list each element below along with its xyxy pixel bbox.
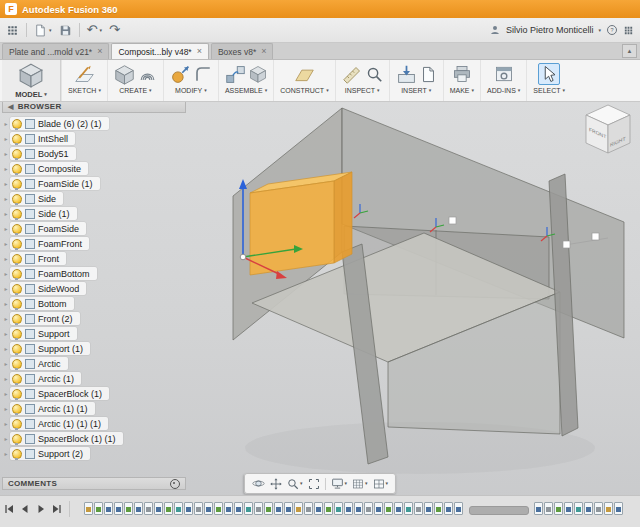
expand-arrow-icon[interactable]: ▸: [2, 240, 10, 247]
skip-end-icon[interactable]: [51, 503, 63, 515]
chevron-down-icon[interactable]: ▾: [98, 88, 101, 93]
expand-arrow-icon[interactable]: ▸: [2, 120, 10, 127]
chevron-down-icon[interactable]: ▾: [149, 88, 152, 93]
timeline-scrollbar-thumb[interactable]: [469, 506, 529, 515]
browser-item[interactable]: Arctic (1) (1): [10, 402, 95, 415]
timeline-feature-icon[interactable]: [154, 502, 163, 515]
timeline-feature-icon[interactable]: [604, 502, 613, 515]
document-tab-active[interactable]: Composit...bly v48* ×: [111, 43, 209, 59]
timeline-feature-icon[interactable]: [324, 502, 333, 515]
toolbar-group-insert[interactable]: INSERT▾: [389, 60, 443, 101]
visibility-bulb-icon[interactable]: [12, 344, 22, 354]
browser-item[interactable]: Support (1): [10, 342, 90, 355]
expand-arrow-icon[interactable]: ▸: [2, 345, 10, 352]
joint-icon[interactable]: [225, 64, 246, 85]
orbit-tool-button[interactable]: [252, 477, 265, 490]
timeline-feature-icon[interactable]: [574, 502, 583, 515]
manipulator-handle[interactable]: [563, 241, 570, 248]
workspace-selector[interactable]: MODEL▾: [2, 60, 61, 101]
timeline-feature-icon[interactable]: [544, 502, 553, 515]
visibility-bulb-icon[interactable]: [12, 389, 22, 399]
timeline-feature-icon[interactable]: [384, 502, 393, 515]
chevron-up-icon[interactable]: ▲: [622, 44, 637, 58]
undo-button[interactable]: ↶▾: [87, 24, 102, 36]
timeline-feature-icon[interactable]: [174, 502, 183, 515]
timeline-feature-icon[interactable]: [364, 502, 373, 515]
browser-item[interactable]: FoamFront: [10, 237, 89, 250]
timeline-feature-icon[interactable]: [344, 502, 353, 515]
browser-item[interactable]: Support: [10, 327, 77, 340]
timeline-feature-icon[interactable]: [204, 502, 213, 515]
timeline-feature-icon[interactable]: [334, 502, 343, 515]
fit-view-button[interactable]: [307, 478, 319, 490]
visibility-bulb-icon[interactable]: [12, 254, 22, 264]
expand-arrow-icon[interactable]: ▸: [2, 270, 10, 277]
browser-item[interactable]: Composite: [10, 162, 88, 175]
timeline-feature-icon[interactable]: [134, 502, 143, 515]
close-icon[interactable]: ×: [197, 47, 202, 56]
user-name[interactable]: Silvio Pietro Monticelli: [506, 25, 594, 35]
expand-arrow-icon[interactable]: ▸: [2, 180, 10, 187]
timeline-feature-icon[interactable]: [184, 502, 193, 515]
component-icon[interactable]: [249, 65, 267, 83]
timeline-feature-icon[interactable]: [564, 502, 573, 515]
toolbar-group-select[interactable]: SELECT▾: [526, 60, 571, 101]
viewports-button[interactable]: ▾: [373, 478, 389, 490]
close-icon[interactable]: ×: [261, 47, 266, 56]
redo-button[interactable]: ↷: [109, 24, 120, 36]
browser-item[interactable]: Arctic (1) (1) (1): [10, 417, 108, 430]
expand-arrow-icon[interactable]: ▸: [2, 315, 10, 322]
expand-arrow-icon[interactable]: ▸: [2, 420, 10, 427]
browser-item[interactable]: Front: [10, 252, 66, 265]
timeline-feature-icon[interactable]: [404, 502, 413, 515]
browser-item[interactable]: SideWood: [10, 282, 86, 295]
chevron-down-icon[interactable]: ▾: [472, 88, 475, 93]
chevron-down-icon[interactable]: ▾: [204, 88, 207, 93]
browser-item[interactable]: SpacerBlock (1) (1): [10, 432, 123, 445]
chevron-down-icon[interactable]: ▾: [598, 28, 601, 33]
apps-icon[interactable]: [623, 25, 634, 36]
expand-arrow-icon[interactable]: ▸: [2, 285, 10, 292]
document-tab[interactable]: Boxes v8* ×: [211, 43, 274, 59]
visibility-bulb-icon[interactable]: [12, 179, 22, 189]
toolbar-group-addins[interactable]: ADD-INS▾: [480, 60, 526, 101]
comments-bar[interactable]: COMMENTS: [2, 477, 186, 490]
browser-item[interactable]: Front (2): [10, 312, 80, 325]
selected-body-highlight[interactable]: [250, 172, 352, 275]
timeline-feature-icon[interactable]: [244, 502, 253, 515]
box-icon[interactable]: [114, 64, 135, 85]
expand-arrow-icon[interactable]: ▸: [2, 225, 10, 232]
visibility-bulb-icon[interactable]: [12, 134, 22, 144]
visibility-bulb-icon[interactable]: [12, 359, 22, 369]
scripts-icon[interactable]: [494, 64, 514, 84]
expand-arrow-icon[interactable]: ▸: [2, 150, 10, 157]
timeline-feature-icon[interactable]: [454, 502, 463, 515]
insert-icon[interactable]: [396, 64, 417, 85]
toolbar-group-construct[interactable]: CONSTRUCT▾: [273, 60, 334, 101]
visibility-bulb-icon[interactable]: [12, 314, 22, 324]
model-assembly[interactable]: [233, 108, 624, 464]
timeline-feature-icon[interactable]: [434, 502, 443, 515]
visibility-bulb-icon[interactable]: [12, 434, 22, 444]
timeline-feature-icon[interactable]: [374, 502, 383, 515]
expand-arrow-icon[interactable]: ▸: [2, 255, 10, 262]
expand-arrow-icon[interactable]: ▸: [2, 330, 10, 337]
toolbar-group-assemble[interactable]: ASSEMBLE▾: [218, 60, 273, 101]
measure-icon[interactable]: [342, 64, 363, 85]
toolbar-group-inspect[interactable]: INSPECT▾: [335, 60, 389, 101]
visibility-bulb-icon[interactable]: [12, 299, 22, 309]
visibility-bulb-icon[interactable]: [12, 119, 22, 129]
visibility-bulb-icon[interactable]: [12, 149, 22, 159]
visibility-bulb-icon[interactable]: [12, 374, 22, 384]
browser-item[interactable]: FoamBottom: [10, 267, 97, 280]
browser-item[interactable]: FoamSide: [10, 222, 86, 235]
expand-arrow-icon[interactable]: ▸: [2, 195, 10, 202]
chevron-down-icon[interactable]: ▾: [326, 88, 329, 93]
visibility-bulb-icon[interactable]: [12, 194, 22, 204]
view-cube[interactable]: FRONT RIGHT: [586, 105, 630, 153]
visibility-bulb-icon[interactable]: [12, 419, 22, 429]
timeline-feature-icon[interactable]: [414, 502, 423, 515]
timeline-feature-icon[interactable]: [104, 502, 113, 515]
chevron-down-icon[interactable]: ▾: [265, 88, 268, 93]
play-icon[interactable]: [35, 503, 47, 515]
